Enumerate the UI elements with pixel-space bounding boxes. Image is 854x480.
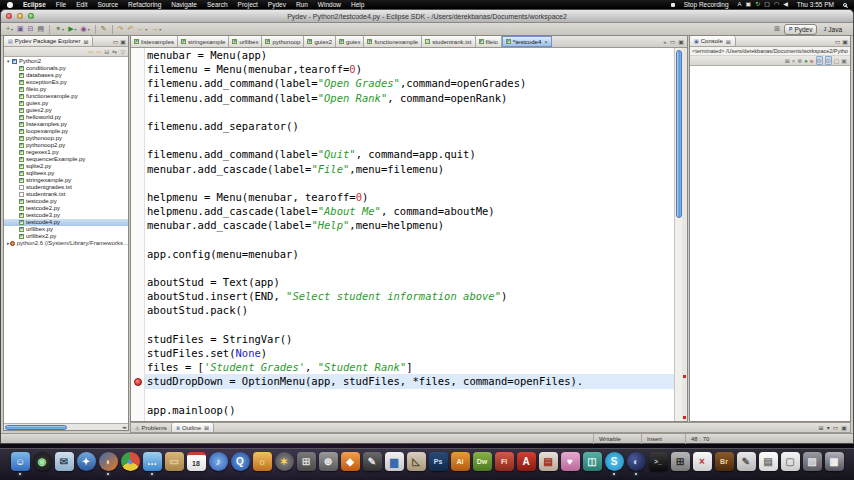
dock-item-mail[interactable]: ✉ (53, 452, 75, 475)
chart-app-icon[interactable]: ▆ (385, 452, 404, 471)
dock-item-calculator[interactable]: ⊞ (669, 452, 691, 475)
fast-view-icon[interactable]: ⊞ (819, 424, 824, 431)
tree-item-fileio.py[interactable]: Pfileio.py (4, 86, 128, 93)
dock-item-quicktime[interactable]: Q (229, 452, 251, 475)
prev-annotation-button[interactable]: ↶ (126, 24, 134, 34)
minimize-icon[interactable]: ▭ (670, 38, 676, 45)
office-app-icon[interactable]: ▤ (539, 452, 558, 471)
code-line[interactable]: helpmenu.add_cascade(label="About Me", c… (147, 204, 674, 218)
pink-app-icon[interactable]: ♥ (561, 452, 580, 471)
code-line[interactable]: filemenu.add_command(label="Open Rank", … (147, 91, 674, 105)
back-history-button[interactable]: ←▾ (136, 24, 148, 34)
editor-tab-guiex2[interactable]: Pguiex2 (304, 36, 336, 47)
editor-tab-listexamples[interactable]: Plistexamples (131, 36, 178, 47)
scroll-lock-icon[interactable]: ⊜ (816, 56, 823, 65)
close-icon[interactable]: ⊠ (204, 424, 209, 431)
code-line[interactable] (147, 261, 674, 275)
tree-item-exceptionEx.py[interactable]: PexceptionEx.py (4, 79, 128, 86)
pen-app-icon[interactable]: ✎ (363, 452, 382, 471)
forward-history-button[interactable]: →▾ (150, 24, 162, 34)
tree-item-helloworld.py[interactable]: Phelloworld.py (4, 114, 128, 121)
chrome-icon[interactable]: ● (121, 452, 140, 471)
open-perspective-icon[interactable]: ⊞ (774, 25, 780, 33)
dock-item-downloads-folder[interactable]: ▭ (163, 452, 185, 475)
minimize-icon[interactable]: ▭ (833, 424, 839, 431)
new-module-button[interactable]: ✎ (100, 24, 108, 34)
editor-tab-functionexample[interactable]: Pfunctionexample (364, 36, 422, 47)
dock-item-dashboard[interactable]: ◉ (31, 452, 53, 475)
error-marker-icon[interactable] (683, 416, 686, 419)
dock-item-pen-app[interactable]: ✎ (361, 452, 383, 475)
maximize-icon[interactable]: ▣ (678, 38, 684, 45)
stop-recording-label[interactable]: Stop Recording (679, 0, 734, 9)
console-tab[interactable]: ▣ Console ⊠ (690, 36, 736, 46)
remove-all-icon[interactable]: ⊗ (797, 57, 802, 64)
sync-icon[interactable]: ↻ (755, 0, 760, 9)
tree-item-testcode4.py[interactable]: Ptestcode4.py (4, 219, 128, 226)
photoshop-icon[interactable]: Ps (429, 452, 448, 471)
menu-eclipse[interactable]: Eclipse (18, 0, 51, 9)
tree-item-functionexample.py[interactable]: Pfunctionexample.py (4, 93, 128, 100)
editor-tab-stringexample[interactable]: Pstringexample (178, 36, 229, 47)
code-line[interactable] (147, 232, 674, 246)
link-editor-icon[interactable]: ⇆ (112, 48, 117, 55)
skype-icon[interactable]: S (605, 452, 624, 471)
dock-item-trash[interactable]: ▦ (823, 452, 845, 475)
tree-item-testcode.py[interactable]: Ptestcode.py (4, 198, 128, 205)
code-line[interactable] (147, 176, 674, 190)
volume-icon[interactable]: ◀ (783, 0, 788, 9)
textedit-icon[interactable]: ▤ (759, 452, 778, 471)
dock-item-finder[interactable]: ☺ (9, 452, 31, 475)
save-all-button[interactable]: ⊟ (27, 24, 35, 34)
tree-item-sqliteex.py[interactable]: Psqliteex.py (4, 170, 128, 177)
window-title-bar[interactable]: Pydev - Python2/testcode4.py - Eclipse S… (1, 10, 853, 23)
next-annotation-button[interactable]: ↷ (117, 24, 125, 34)
close-icon[interactable]: ⊠ (83, 38, 88, 45)
imovie-icon[interactable]: ✶ (275, 452, 294, 471)
tree-item-testcode2.py[interactable]: Ptestcode2.py (4, 205, 128, 212)
code-line[interactable]: menubar.add_cascade(label="File",menu=fi… (147, 162, 674, 176)
menu-help[interactable]: Help (346, 0, 369, 9)
error-marker-icon[interactable] (683, 375, 686, 378)
dreamweaver-icon[interactable]: Dw (473, 452, 492, 471)
code-text-area[interactable]: menubar = Menu(app)filemenu = Menu(menub… (145, 48, 674, 421)
back-icon[interactable]: ⇦ (88, 48, 93, 55)
editor-tab-studentrank.txt[interactable]: ≡studentrank.txt (422, 36, 475, 47)
ical-icon[interactable]: 18 (187, 452, 206, 471)
code-line[interactable]: files = ['Student Grades', "Student Rank… (147, 360, 674, 374)
maximize-icon[interactable]: ▣ (120, 38, 126, 45)
code-line[interactable]: filemenu = Menu(menubar,tearoff=0) (147, 62, 674, 76)
menu-source[interactable]: Source (92, 0, 123, 9)
tree-item-guiex2.py[interactable]: Pguiex2.py (4, 107, 128, 114)
tree-item-pythonoop2.py[interactable]: Ppythonoop2.py (4, 142, 128, 149)
code-line[interactable]: app.config(menu=menubar) (147, 247, 674, 261)
code-line[interactable]: aboutStud.insert(END, "Select student in… (147, 289, 674, 303)
tree-item-regexex1.py[interactable]: Pregexex1.py (4, 149, 128, 156)
tree-item-urllibex.py[interactable]: Purllibex.py (4, 226, 128, 233)
stop-recording-icon[interactable] (671, 3, 675, 7)
dock-item-drafting-app[interactable]: ◺ (405, 452, 427, 475)
code-line[interactable]: aboutStud = Text(app) (147, 275, 674, 289)
dock-item-ichat[interactable]: … (141, 452, 163, 475)
flash-icon[interactable]: Fl (495, 452, 514, 471)
editor-body[interactable]: menubar = Menu(app)filemenu = Menu(menub… (131, 48, 687, 421)
dock-item-firefox[interactable]: ◗ (97, 452, 119, 475)
menu-run[interactable]: Run (291, 0, 313, 9)
dock-item-imovie[interactable]: ✶ (273, 452, 295, 475)
editor-tab-testcode4[interactable]: P*testcode4× (502, 36, 552, 47)
gray-app-icon[interactable]: ▨ (803, 452, 822, 471)
editor-tab-guiex[interactable]: Pguiex (336, 36, 364, 47)
spaces-icon[interactable]: ⊞ (297, 452, 316, 471)
ichat-icon[interactable]: … (143, 452, 162, 471)
print-button[interactable]: ▤ (37, 24, 46, 34)
tree-item-studentgrades.txt[interactable]: studentgrades.txt (4, 184, 128, 191)
tree-item-loopexample.py[interactable]: Ploopexample.py (4, 128, 128, 135)
display-icon[interactable]: ▣ (746, 0, 752, 9)
code-line[interactable]: studFiles.set(None) (147, 346, 674, 360)
clear-console-icon[interactable]: ⊠ (785, 57, 790, 64)
tree-item-databases.py[interactable]: Pdatabases.py (4, 72, 128, 79)
code-line[interactable]: studDropDown = OptionMenu(app, studFiles… (145, 374, 674, 388)
perspective-java-button[interactable]: J Java (819, 25, 846, 34)
dock-item-dreamweaver[interactable]: Dw (471, 452, 493, 475)
collapse-all-icon[interactable]: ⊟ (104, 48, 109, 55)
